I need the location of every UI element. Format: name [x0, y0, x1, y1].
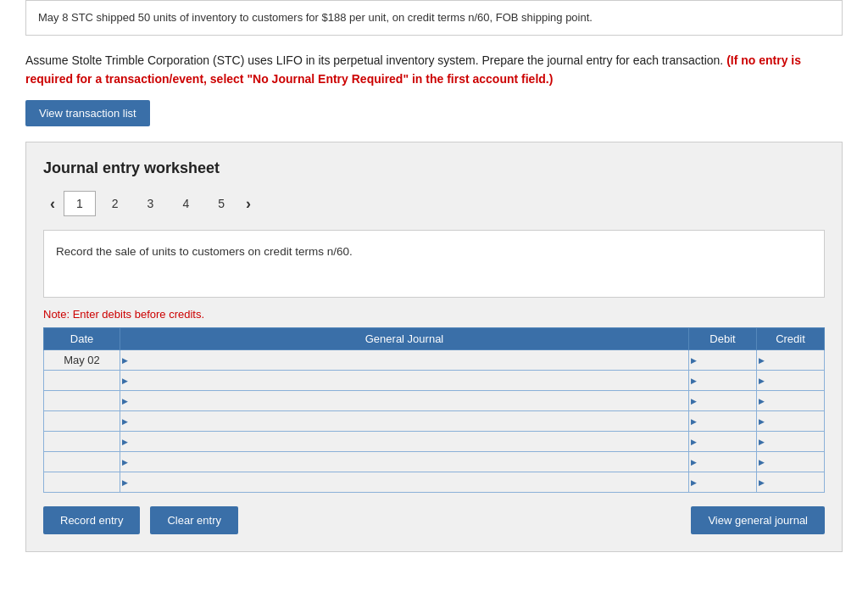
top-note-text: May 8 STC shipped 50 units of inventory …	[38, 11, 593, 24]
journal-cell[interactable]	[120, 432, 689, 452]
tab-next-arrow[interactable]: ›	[239, 192, 258, 216]
debit-input[interactable]	[689, 432, 756, 451]
journal-input[interactable]	[120, 371, 688, 390]
debit-cell[interactable]	[689, 411, 757, 432]
table-row	[44, 371, 825, 391]
credit-cell[interactable]	[757, 432, 825, 452]
debit-input[interactable]	[689, 452, 756, 472]
record-entry-button[interactable]: Record entry	[43, 506, 140, 534]
tab-1[interactable]: 1	[64, 191, 96, 216]
instruction-box: Record the sale of units to customers on…	[43, 230, 825, 298]
instructions-main: Assume Stolte Trimble Corporation (STC) …	[25, 53, 723, 67]
credit-input[interactable]	[757, 432, 824, 451]
table-row	[44, 411, 825, 432]
debit-cell[interactable]	[689, 371, 757, 391]
debit-input[interactable]	[689, 411, 756, 431]
col-header-journal: General Journal	[120, 328, 689, 350]
debit-input[interactable]	[689, 391, 756, 410]
journal-cell[interactable]	[120, 391, 689, 411]
date-cell	[44, 472, 120, 493]
table-row	[44, 452, 825, 472]
instruction-text: Record the sale of units to customers on…	[56, 245, 353, 258]
journal-cell[interactable]	[120, 472, 689, 493]
journal-table: Date General Journal Debit Credit May 02	[43, 327, 825, 493]
credit-input[interactable]	[757, 411, 824, 431]
tab-4[interactable]: 4	[170, 191, 202, 216]
col-header-credit: Credit	[757, 328, 825, 350]
debit-cell[interactable]	[689, 350, 757, 371]
tab-5[interactable]: 5	[205, 191, 237, 216]
clear-entry-button[interactable]: Clear entry	[150, 506, 238, 534]
date-cell: May 02	[44, 350, 120, 371]
top-note-box: May 8 STC shipped 50 units of inventory …	[25, 0, 843, 36]
tab-2[interactable]: 2	[99, 191, 131, 216]
journal-cell[interactable]	[120, 371, 689, 391]
date-cell	[44, 452, 120, 472]
credit-cell[interactable]	[757, 371, 825, 391]
journal-cell[interactable]	[120, 411, 689, 432]
credit-cell[interactable]	[757, 350, 825, 371]
instructions-block: Assume Stolte Trimble Corporation (STC) …	[25, 51, 843, 89]
col-header-debit: Debit	[689, 328, 757, 350]
action-buttons-row: Record entry Clear entry View general jo…	[43, 506, 825, 534]
credit-input[interactable]	[757, 391, 824, 410]
credit-input[interactable]	[757, 350, 824, 370]
journal-input[interactable]	[120, 452, 688, 472]
date-cell	[44, 432, 120, 452]
journal-input[interactable]	[120, 411, 688, 431]
table-row: May 02	[44, 350, 825, 371]
col-header-date: Date	[44, 328, 120, 350]
worksheet-title: Journal entry worksheet	[43, 159, 825, 177]
journal-cell[interactable]	[120, 452, 689, 472]
credit-input[interactable]	[757, 371, 824, 390]
debit-cell[interactable]	[689, 452, 757, 472]
table-row	[44, 391, 825, 411]
tab-prev-arrow[interactable]: ‹	[43, 192, 62, 216]
debit-input[interactable]	[689, 371, 756, 390]
tabs-navigation: ‹ 1 2 3 4 5 ›	[43, 191, 825, 216]
debit-cell[interactable]	[689, 391, 757, 411]
journal-input[interactable]	[120, 350, 688, 370]
debit-input[interactable]	[689, 472, 756, 492]
debit-cell[interactable]	[689, 432, 757, 452]
credit-input[interactable]	[757, 452, 824, 472]
date-cell	[44, 411, 120, 432]
table-row	[44, 472, 825, 493]
view-transaction-button[interactable]: View transaction list	[25, 100, 150, 126]
journal-input[interactable]	[120, 391, 688, 410]
note-text: Note: Enter debits before credits.	[43, 308, 825, 321]
journal-input[interactable]	[120, 432, 688, 451]
credit-cell[interactable]	[757, 472, 825, 493]
journal-input[interactable]	[120, 472, 688, 492]
view-general-journal-button[interactable]: View general journal	[691, 506, 825, 534]
date-cell	[44, 371, 120, 391]
journal-cell[interactable]	[120, 350, 689, 371]
worksheet-container: Journal entry worksheet ‹ 1 2 3 4 5 › Re…	[25, 142, 843, 552]
credit-cell[interactable]	[757, 391, 825, 411]
credit-cell[interactable]	[757, 452, 825, 472]
debit-cell[interactable]	[689, 472, 757, 493]
credit-cell[interactable]	[757, 411, 825, 432]
date-cell	[44, 391, 120, 411]
table-row	[44, 432, 825, 452]
tab-3[interactable]: 3	[135, 191, 167, 216]
debit-input[interactable]	[689, 350, 756, 370]
credit-input[interactable]	[757, 472, 824, 492]
